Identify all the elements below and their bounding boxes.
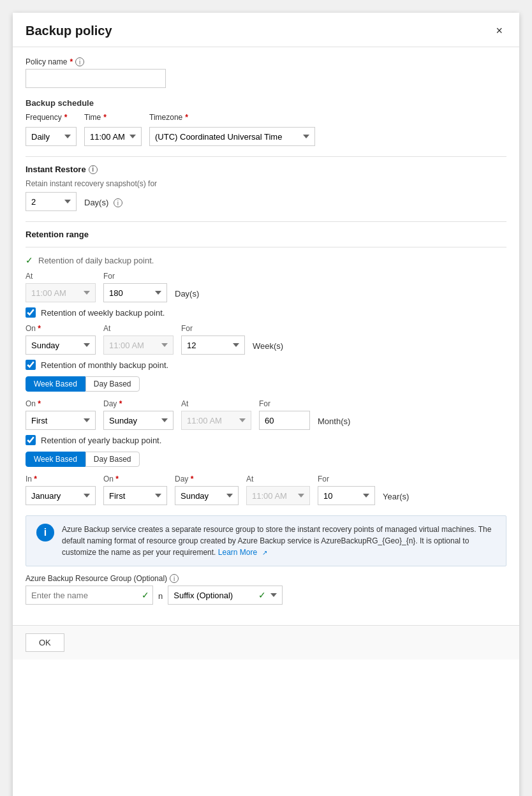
ok-button[interactable]: OK [26,633,64,652]
monthly-on-label: On * [26,399,96,408]
external-link-icon: ↗ [262,549,267,556]
instant-restore-days-label: Day(s) i [84,198,122,212]
backup-schedule-row: Frequency * Daily Weekly Monthly Time * [26,113,506,146]
yearly-in-label: In * [26,475,96,483]
yearly-on-select[interactable]: First Second Third [103,486,167,505]
weekly-retention-row: On * Sunday Monday Tuesday At 11:00 AM F… [26,324,506,355]
suffix-check-icon: ✓ [258,590,266,600]
weekly-backup-label: Retention of weekly backup point. [41,308,165,318]
instant-restore-row: 2 1 3 Day(s) i [26,192,506,211]
info-banner-icon: i [36,524,54,542]
weekly-for-label: For [181,324,245,333]
time-group: Time * 11:00 AM 12:00 AM [84,113,142,146]
instant-restore-days-info-icon[interactable]: i [114,198,122,207]
weekly-on-label: On * [26,324,96,333]
weekly-for-group: For 12 [181,324,245,355]
monthly-checkbox[interactable] [26,360,36,370]
time-select[interactable]: 11:00 AM 12:00 AM [84,127,142,146]
yearly-checkbox[interactable] [26,435,36,445]
yearly-at-select[interactable]: 11:00 AM [246,486,310,505]
name-check-icon: ✓ [142,590,149,600]
monthly-for-group: For [259,399,310,430]
timezone-label: Timezone * [149,113,315,122]
resource-group-row: ✓ n Suffix (Optional) ✓ [26,586,506,605]
policy-name-info-icon[interactable]: i [75,57,84,66]
info-banner: i Azure Backup service creates a separat… [26,515,506,566]
yearly-for-select[interactable]: 10 [318,486,375,505]
retention-range-header: Retention range [26,230,506,239]
panel-body: Policy name * i Backup schedule Frequenc… [13,47,519,625]
daily-backup-row: ✓ Retention of daily backup point. [26,255,506,265]
yearly-on-label: On * [103,475,167,483]
resource-group-section: Azure Backup Resource Group (Optional) i… [26,574,506,605]
weekly-on-group: On * Sunday Monday Tuesday [26,324,96,355]
policy-name-input[interactable] [26,69,166,88]
n-separator: n [158,591,163,605]
monthly-day-select[interactable]: Sunday Monday [103,411,174,430]
weekly-unit-label: Week(s) [253,341,283,355]
monthly-at-select[interactable]: 11:00 AM [181,411,251,430]
daily-check-icon: ✓ [26,255,33,265]
weekly-checkbox[interactable] [26,307,36,318]
monthly-day-group: Day * Sunday Monday [103,399,174,430]
yearly-day-select[interactable]: Sunday Monday [175,486,239,505]
weekly-at-group: At 11:00 AM [103,324,174,355]
monthly-checkbox-row: Retention of monthly backup point. [26,360,506,370]
yearly-in-group: In * January February March [26,475,96,505]
monthly-unit-label: Month(s) [318,416,350,430]
required-star: * [70,57,73,66]
monthly-day-based-btn[interactable]: Day Based [85,376,140,392]
backup-schedule-section: Backup schedule Frequency * Daily Weekly… [26,98,506,146]
backup-schedule-title: Backup schedule [26,98,506,108]
resource-group-label: Azure Backup Resource Group (Optional) i [26,574,506,583]
yearly-unit-label: Year(s) [383,492,409,505]
close-button[interactable]: × [492,23,506,39]
monthly-at-label: At [181,399,251,408]
suffix-container: Suffix (Optional) ✓ [168,586,283,605]
yearly-backup-label: Retention of yearly backup point. [41,436,161,445]
panel-footer: OK [13,625,519,660]
daily-unit-label: Day(s) [175,289,199,302]
instant-restore-info-icon[interactable]: i [89,165,98,174]
policy-name-label: Policy name * i [26,57,506,66]
monthly-week-based-btn[interactable]: Week Based [26,376,85,392]
divider-retention [26,247,506,247]
instant-restore-header: Instant Restore i [26,165,506,174]
info-banner-text: Azure Backup service creates a separate … [62,524,496,558]
frequency-select[interactable]: Daily Weekly Monthly [26,127,77,146]
yearly-day-based-btn[interactable]: Day Based [85,452,140,467]
yearly-day-label: Day * [175,475,239,483]
monthly-backup-label: Retention of monthly backup point. [41,360,168,370]
monthly-for-input[interactable] [259,411,310,430]
timezone-select[interactable]: (UTC) Coordinated Universal Time (UTC-05… [149,127,315,146]
weekly-at-select[interactable]: 11:00 AM [103,335,174,355]
monthly-at-group: At 11:00 AM [181,399,251,430]
yearly-in-select[interactable]: January February March [26,486,96,505]
monthly-retention-row: On * First Second Third Fourth Last Day … [26,399,506,430]
instant-restore-days-select[interactable]: 2 1 3 [26,192,77,211]
monthly-day-label: Day * [103,399,174,408]
daily-at-label: At [26,272,96,281]
resource-group-name-input[interactable] [26,586,153,605]
weekly-at-label: At [103,324,174,333]
yearly-week-based-btn[interactable]: Week Based [26,452,85,467]
yearly-toggle-group: Week Based Day Based [26,452,506,467]
daily-retention-row: At 11:00 AM For 180 Day(s) [26,272,506,302]
backup-policy-panel: Backup policy × Policy name * i Backup s… [13,13,519,796]
monthly-toggle-group: Week Based Day Based [26,376,506,392]
instant-restore-sub-label: Retain instant recovery snapshot(s) for [26,179,506,188]
divider-2 [26,221,506,222]
daily-for-label: For [103,272,167,281]
daily-for-select[interactable]: 180 [103,283,167,302]
weekly-for-select[interactable]: 12 [181,335,245,355]
daily-at-select[interactable]: 11:00 AM [26,283,96,302]
learn-more-link[interactable]: Learn More [218,548,257,557]
yearly-at-label: At [246,475,310,483]
resource-group-info-icon[interactable]: i [170,574,179,583]
monthly-on-group: On * First Second Third Fourth Last [26,399,96,430]
monthly-on-select[interactable]: First Second Third Fourth Last [26,411,96,430]
weekly-on-select[interactable]: Sunday Monday Tuesday [26,335,96,355]
yearly-day-group: Day * Sunday Monday [175,475,239,505]
yearly-for-label: For [318,475,375,483]
panel-title: Backup policy [26,24,112,38]
